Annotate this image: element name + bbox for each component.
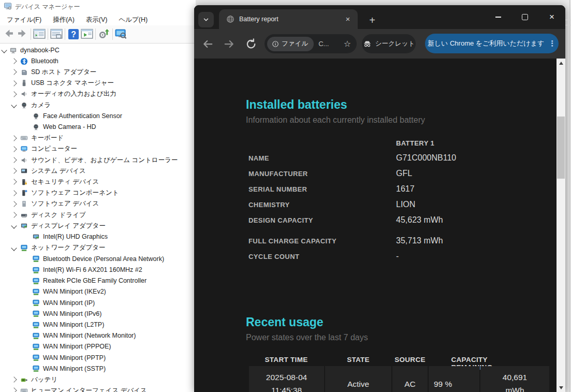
audio-icon: [20, 156, 28, 164]
tree-item-web-camera-hd[interactable]: Web Camera - HD: [0, 122, 196, 133]
battery-field-label: MANUFACTURER: [248, 170, 308, 178]
expand-chevron-icon[interactable]: [11, 388, 17, 392]
tree-item-wan-miniport-pptp-[interactable]: WAN Miniport (PPTP): [0, 352, 196, 363]
tree-item--[interactable]: システム デバイス: [0, 166, 196, 177]
tree-item-label: WAN Miniport (IKEv2): [43, 288, 106, 295]
scrollbar-down-icon[interactable]: [557, 383, 565, 392]
tree-item-bluetooth[interactable]: Bluetooth: [0, 56, 196, 67]
tree-item-wan-miniport-ip-[interactable]: WAN Miniport (IP): [0, 297, 196, 308]
tree-item--[interactable]: ソフトウェア コンポーネント: [0, 187, 196, 198]
dm-menubar: ファイル(F)操作(A)表示(V)ヘルプ(H): [0, 14, 196, 25]
chrome-update-button[interactable]: 新しい Chrome をご利用いただけます ⋮: [425, 34, 559, 53]
expand-chevron-icon[interactable]: [11, 179, 17, 185]
forward-button[interactable]: [223, 38, 236, 50]
tab-search-button[interactable]: [198, 12, 214, 27]
tree-item-wan-miniport-network-monitor-[interactable]: WAN Miniport (Network Monitor): [0, 330, 196, 341]
dm-toolbar-help-button[interactable]: ?: [67, 27, 80, 41]
file-scheme-chip[interactable]: ファイル: [267, 37, 314, 51]
maximize-button[interactable]: [511, 5, 538, 29]
tree-item-wan-miniport-ipv6-[interactable]: WAN Miniport (IPv6): [0, 308, 196, 319]
chrome-update-label: 新しい Chrome をご利用いただけます: [428, 39, 545, 48]
tree-item-wan-miniport-ikev2-[interactable]: WAN Miniport (IKEv2): [0, 286, 196, 297]
toolbar-separator: [48, 28, 48, 40]
tree-item--[interactable]: バッテリ: [0, 374, 196, 385]
dm-menu-item-1[interactable]: 操作(A): [47, 14, 80, 25]
dm-toolbar-divider: [0, 43, 196, 43]
collapse-chevron-icon[interactable]: [11, 245, 17, 251]
background-window-edge: [565, 25, 571, 25]
scrollbar-thumb[interactable]: [557, 117, 565, 179]
dm-toolbar-forward-button[interactable]: [16, 27, 29, 41]
tree-item--[interactable]: ディスプレイ アダプター: [0, 221, 196, 231]
overflow-menu-icon[interactable]: ⋮: [548, 39, 556, 48]
dm-menu-item-3[interactable]: ヘルプ(H): [113, 14, 153, 25]
tree-item-label: Realtek PCIe GbE Family Controller: [43, 277, 147, 284]
tree-item-realtek-pcie-gbe-family-contro[interactable]: Realtek PCIe GbE Family Controller: [0, 275, 196, 286]
installed-batteries-subtitle: Information about each currently install…: [246, 115, 425, 125]
tree-item-wan-miniport-pppoe-[interactable]: WAN Miniport (PPPOE): [0, 341, 196, 352]
expand-chevron-icon[interactable]: [11, 146, 17, 152]
page-scrollbar[interactable]: [557, 59, 565, 392]
expand-chevron-icon[interactable]: [11, 157, 17, 163]
tree-item-intel-r-uhd-graphics[interactable]: Intel(R) UHD Graphics: [0, 231, 196, 242]
dm-toolbar-scan-button[interactable]: [97, 27, 111, 41]
tree-item--[interactable]: コンピューター: [0, 143, 196, 154]
address-bar[interactable]: ファイル C... ☆: [265, 34, 357, 53]
tree-item-dynabook-pc[interactable]: dynabook-PC: [0, 45, 196, 56]
tree-item-sd-[interactable]: SD ホスト アダプター: [0, 67, 196, 78]
dm-toolbar-pc-search-button[interactable]: [114, 27, 128, 41]
expand-chevron-icon[interactable]: [11, 201, 17, 207]
tree-item-intel-r-wi-fi-6-ax201-160mhz-2[interactable]: Intel(R) Wi-Fi 6 AX201 160MHz #2: [0, 265, 196, 275]
dm-toolbar-back-button[interactable]: [2, 27, 16, 41]
tab-battery-report[interactable]: Battery report ×: [219, 9, 358, 29]
tree-item--[interactable]: キーボード: [0, 133, 196, 143]
dm-toolbar-win-play-button[interactable]: [80, 27, 94, 41]
toolbar-separator: [31, 28, 31, 40]
tree-item-bluetooth-device-personal-area[interactable]: Bluetooth Device (Personal Area Network): [0, 253, 196, 264]
reload-button[interactable]: [245, 38, 257, 50]
tree-item-wan-miniport-sstp-[interactable]: WAN Miniport (SSTP): [0, 363, 196, 374]
dm-menu-item-2[interactable]: 表示(V): [80, 14, 113, 25]
incognito-badge: シークレット: [362, 34, 416, 53]
dm-toolbar-win-props-button[interactable]: [50, 27, 63, 41]
tree-item--[interactable]: セキュリティ デバイス: [0, 177, 196, 187]
battery-field-label: CYCLE COUNT: [248, 253, 299, 260]
tab-close-icon[interactable]: ×: [343, 14, 353, 24]
tree-item--[interactable]: サウンド、ビデオ、およびゲーム コントローラー: [0, 155, 196, 166]
collapse-chevron-icon[interactable]: [1, 47, 7, 53]
expand-chevron-icon[interactable]: [11, 168, 17, 174]
dm-device-tree: dynabook-PCBluetoothSD ホスト アダプターUSB コネクタ…: [0, 45, 196, 392]
tree-item--[interactable]: ヒューマン インターフェイス デバイス: [0, 385, 196, 392]
tree-item-wan-miniport-l2tp-[interactable]: WAN Miniport (L2TP): [0, 320, 196, 330]
tree-item-label: ネットワーク アダプター: [31, 243, 106, 252]
dm-menu-item-0[interactable]: ファイル(F): [1, 14, 47, 25]
tree-item--[interactable]: オーディオの入力および出力: [0, 89, 196, 99]
tree-item--[interactable]: ディスク ドライブ: [0, 210, 196, 221]
expand-chevron-icon[interactable]: [11, 376, 17, 382]
expand-chevron-icon[interactable]: [11, 69, 17, 75]
tree-item-face-authentication-sensor[interactable]: Face Authentication Sensor: [0, 111, 196, 122]
tree-item--[interactable]: ソフトウェア デバイス: [0, 198, 196, 209]
expand-chevron-icon[interactable]: [11, 135, 17, 141]
collapse-chevron-icon[interactable]: [11, 223, 17, 229]
usage-cell-capacity: 40,691mWh: [480, 366, 549, 392]
dm-toolbar-win-tree-button[interactable]: [33, 27, 46, 41]
bookmark-star-icon[interactable]: ☆: [344, 39, 351, 49]
tree-item--[interactable]: カメラ: [0, 100, 196, 111]
close-button[interactable]: ×: [538, 5, 565, 29]
expand-chevron-icon[interactable]: [11, 59, 17, 64]
expand-chevron-icon[interactable]: [11, 91, 17, 97]
tree-item-label: オーディオの入力および出力: [31, 90, 116, 98]
collapse-chevron-icon[interactable]: [11, 102, 17, 108]
toolbar-separator: [65, 28, 65, 40]
tree-item-usb-[interactable]: USB コネクタ マネージャー: [0, 78, 196, 89]
back-button[interactable]: [201, 38, 214, 50]
expand-chevron-icon[interactable]: [11, 212, 17, 217]
expand-chevron-icon[interactable]: [11, 80, 17, 86]
scrollbar-up-icon[interactable]: [557, 59, 565, 67]
expand-chevron-icon[interactable]: [11, 190, 17, 196]
tree-item-label: Intel(R) Wi-Fi 6 AX201 160MHz #2: [43, 266, 142, 273]
minimize-button[interactable]: [485, 5, 511, 29]
tree-item--[interactable]: ネットワーク アダプター: [0, 242, 196, 253]
new-tab-button[interactable]: +: [365, 13, 379, 27]
